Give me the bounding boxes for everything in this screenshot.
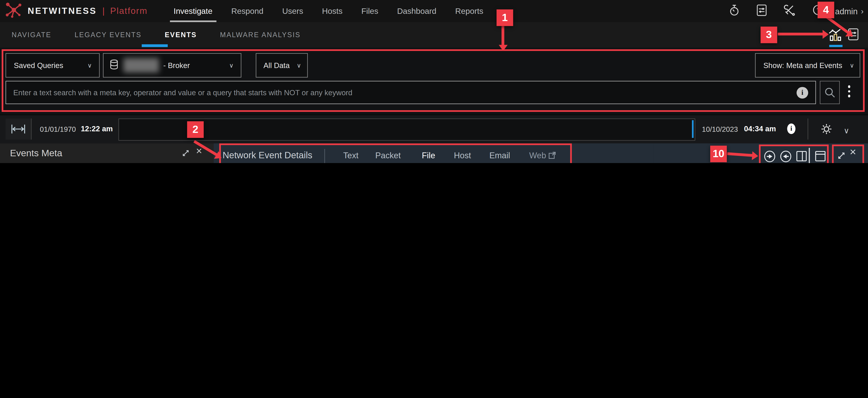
investigate-subnav: NAVIGATE LEGACY EVENTS EVENTS MALWARE AN… [0, 22, 868, 48]
event-summary-panel: × LAST PACKET TIME 09/21/2023 06:53:52 a… [653, 143, 868, 163]
time-range-dropdown[interactable]: All Data ∨ [256, 53, 308, 77]
expand-event-icon[interactable] [837, 151, 846, 162]
annotation-arrow-3 [778, 33, 823, 35]
timeline-track[interactable] [119, 119, 695, 141]
events-meta-panel: Events Meta × Meta Group ∨ AZ Enter text… [0, 143, 214, 163]
nav-item-hosts[interactable]: Hosts [313, 0, 352, 22]
tab-web[interactable]: Web [529, 151, 556, 160]
tab-host[interactable]: Host [454, 151, 471, 160]
annotation-badge-2: 2 [187, 121, 204, 138]
subnav-events[interactable]: EVENTS [153, 31, 209, 39]
timeline-end-date[interactable]: 10/10/2023 [702, 125, 738, 133]
service-suffix-label: - Broker [163, 61, 190, 70]
netwitness-app-window: NETWITNESS | Platform Investigate Respon… [0, 0, 868, 163]
detail-panel-controls: × [653, 143, 868, 163]
nav-item-reports[interactable]: Reports [446, 0, 493, 22]
nav-item-users[interactable]: Users [273, 0, 313, 22]
detail-title: Network Event Details [223, 150, 312, 160]
search-button[interactable] [820, 81, 840, 104]
events-chart-icon[interactable] [828, 28, 842, 44]
nav-item-investigate[interactable]: Investigate [164, 0, 222, 22]
show-meta-events-dropdown[interactable]: Show: Meta and Events ∨ [755, 53, 860, 77]
gear-icon[interactable] [820, 123, 833, 137]
tab-packet[interactable]: Packet [375, 151, 401, 160]
events-meta-title: Events Meta [10, 148, 62, 159]
primary-nav: Investigate Respond Users Hosts Files Da… [164, 0, 493, 22]
previous-event-icon[interactable] [779, 150, 793, 163]
query-search-input[interactable]: Enter a text search with a meta key, ope… [5, 81, 816, 104]
saved-queries-label: Saved Queries [6, 61, 63, 70]
events-active-underline [142, 44, 168, 47]
annotation-badge-4: 4 [818, 2, 834, 18]
timeline-end-handle[interactable] [692, 120, 694, 138]
tools-icon[interactable] [784, 4, 796, 18]
annotation-badge-10: 10 [710, 146, 727, 162]
timeline-end-time[interactable]: 04:34 am [744, 124, 776, 133]
time-range-label: All Data [256, 61, 290, 70]
subnav-legacy-events[interactable]: LEGACY EVENTS [63, 31, 153, 39]
chevron-right-icon: › [861, 7, 864, 16]
saved-queries-dropdown[interactable]: Saved Queries ∨ [5, 53, 99, 77]
detail-tab-bar: Network Event Details Text Packet File H… [214, 143, 653, 163]
expand-panel-icon[interactable] [182, 149, 190, 159]
annotation-badge-1: 1 [496, 9, 513, 26]
database-icon [103, 59, 119, 72]
subnav-malware-analysis[interactable]: MALWARE ANALYSIS [208, 31, 312, 39]
chart-icon-active-underline [829, 45, 843, 47]
nav-item-files[interactable]: Files [352, 0, 388, 22]
top-panel-layout-icon[interactable] [815, 151, 826, 163]
nav-item-dashboard[interactable]: Dashboard [388, 0, 446, 22]
user-menu[interactable]: admin › [835, 0, 864, 22]
service-dropdown[interactable]: - Broker ∨ [103, 53, 241, 77]
annotation-arrow-1 [501, 26, 504, 45]
annotation-badge-3: 3 [761, 27, 777, 43]
info-icon[interactable]: i [797, 87, 808, 98]
nav-item-respond[interactable]: Respond [222, 0, 273, 22]
show-meta-events-label: Show: Meta and Events [755, 61, 842, 70]
brand-name: NETWITNESS [28, 6, 97, 16]
search-icon [824, 87, 835, 98]
netwitness-logo-icon [4, 2, 23, 21]
event-detail-panel: Network Event Details Text Packet File H… [214, 143, 653, 163]
timeline-start-date[interactable]: 01/01/1970 [40, 125, 76, 133]
stopwatch-icon[interactable] [729, 4, 740, 18]
close-event-icon[interactable]: × [850, 146, 856, 158]
netwitness-logo[interactable]: NETWITNESS | Platform [0, 2, 148, 21]
brand-divider: | [102, 6, 104, 16]
user-label: admin [835, 6, 858, 16]
top-navigation-bar: NETWITNESS | Platform Investigate Respon… [0, 0, 868, 22]
events-meta-header: Events Meta × [0, 143, 214, 163]
next-event-icon[interactable] [763, 150, 777, 163]
chevron-down-icon: ∨ [297, 62, 301, 69]
tab-email[interactable]: Email [489, 151, 510, 160]
top-utility-icons: ? [729, 0, 824, 22]
search-placeholder: Enter a text search with a meta key, ope… [6, 88, 352, 97]
brand-product: Platform [110, 6, 148, 16]
query-more-options-button[interactable] [847, 83, 851, 99]
tab-text[interactable]: Text [343, 151, 359, 160]
chevron-down-icon: ∨ [88, 62, 92, 69]
split-view-icon[interactable] [796, 151, 807, 163]
tab-file[interactable]: File [422, 151, 435, 160]
timebar-divider [808, 119, 808, 140]
chevron-down-icon: ∨ [850, 62, 854, 69]
resize-horizontal-icon[interactable] [5, 119, 32, 140]
redacted-service-name [124, 58, 159, 72]
preferences-icon[interactable] [757, 4, 767, 18]
external-link-icon [548, 152, 556, 159]
subnav-navigate[interactable]: NAVIGATE [0, 31, 63, 39]
timeline-info-icon[interactable]: i [787, 124, 796, 134]
timebar-collapse-chevron[interactable]: ∨ [843, 126, 849, 135]
timeline-start-time[interactable]: 12:22 am [81, 124, 113, 133]
chevron-down-icon: ∨ [229, 62, 234, 69]
